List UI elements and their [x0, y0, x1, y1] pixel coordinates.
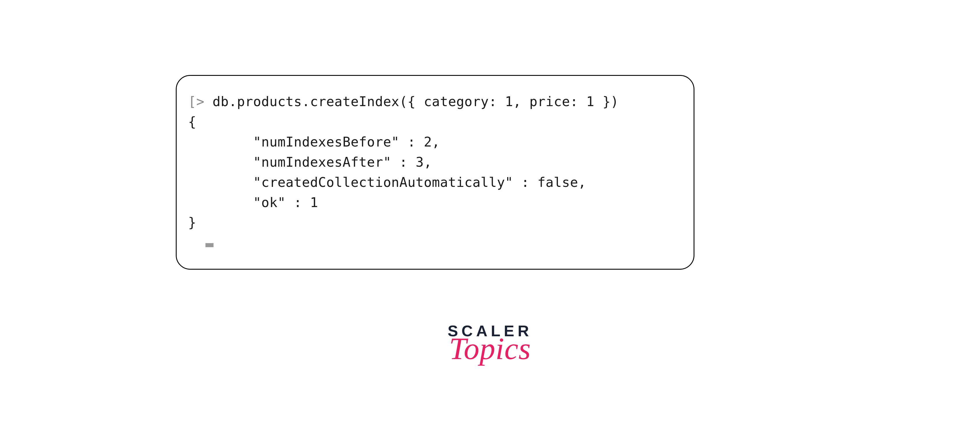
code-output-line-4: "ok" : 1 [188, 193, 679, 213]
code-output-open: { [188, 112, 679, 132]
command-text: db.products.createIndex({ category: 1, p… [204, 94, 619, 109]
brand-logo: SCALER Topics [447, 323, 532, 361]
cursor-line [188, 233, 679, 253]
logo-text-secondary: Topics [447, 336, 532, 361]
cursor-icon [205, 243, 213, 247]
code-output-line-3: "createdCollectionAutomatically" : false… [188, 172, 679, 193]
prompt-marker: [> [188, 94, 204, 109]
code-output-line-1: "numIndexesBefore" : 2, [188, 132, 679, 152]
code-output-line-2: "numIndexesAfter" : 3, [188, 152, 679, 172]
code-command-line: [> db.products.createIndex({ category: 1… [188, 92, 679, 112]
code-output-close: } [188, 212, 679, 233]
code-block: [> db.products.createIndex({ category: 1… [176, 75, 694, 270]
